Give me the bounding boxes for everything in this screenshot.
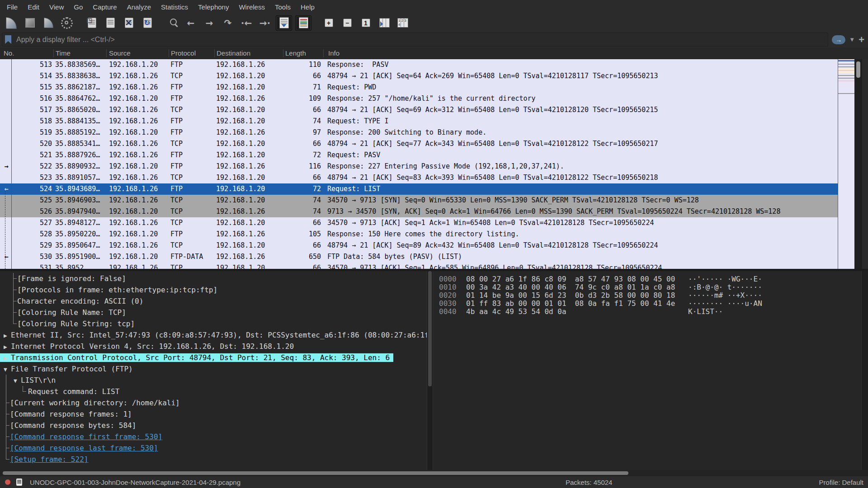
- capture-status-icon[interactable]: [5, 479, 10, 485]
- packet-row-514[interactable]: 51435.8838638…192.168.1.26TCP192.168.1.2…: [0, 70, 838, 82]
- packet-row-524[interactable]: ←52435.8943689…192.168.1.26FTP192.168.1.…: [0, 183, 838, 195]
- collapse-icon[interactable]: ▼: [14, 375, 21, 386]
- packet-row-525[interactable]: 52535.8946903…192.168.1.26TCP192.168.1.2…: [0, 195, 838, 206]
- auto-scroll-button[interactable]: [276, 15, 292, 31]
- detail-item[interactable]: ▶Ethernet II, Src: Intel_57:47:93 (c8:09…: [0, 329, 427, 341]
- column-header-no[interactable]: No.: [0, 49, 54, 57]
- display-filter-input[interactable]: [15, 35, 825, 44]
- detail-item[interactable]: [Command response first frame: 530]: [0, 431, 427, 442]
- packet-row-528[interactable]: 52835.8950220…192.168.1.20FTP192.168.1.2…: [0, 229, 838, 240]
- hex-line[interactable]: 003001 ff 83 ab 00 00 01 01 08 0a fa f1 …: [439, 300, 861, 308]
- packet-row-522[interactable]: →52235.8890932…192.168.1.20FTP192.168.1.…: [0, 161, 838, 172]
- find-packet-button[interactable]: [165, 16, 180, 30]
- capture-options-button[interactable]: [59, 16, 75, 30]
- resize-columns-button[interactable]: [377, 16, 392, 30]
- expand-icon[interactable]: ▶: [4, 352, 11, 364]
- menu-tools[interactable]: Tools: [270, 0, 296, 14]
- details-vertical-scrollbar[interactable]: [427, 271, 433, 470]
- detail-item[interactable]: Character encoding: ASCII (0): [0, 296, 427, 307]
- bookmark-icon[interactable]: [5, 35, 11, 44]
- menu-edit[interactable]: Edit: [23, 0, 44, 14]
- stop-capture-button[interactable]: [22, 16, 38, 30]
- apply-filter-button[interactable]: →: [832, 35, 845, 44]
- packet-row-527[interactable]: 52735.8948127…192.168.1.26TCP192.168.1.2…: [0, 217, 838, 229]
- menu-file[interactable]: File: [2, 0, 23, 14]
- packet-row-518[interactable]: 51835.8884135…192.168.1.26FTP192.168.1.2…: [0, 116, 838, 127]
- menu-wireless[interactable]: Wireless: [234, 0, 270, 14]
- detail-item[interactable]: [Protocols in frame: eth:ethertype:ip:tc…: [0, 284, 427, 296]
- column-header-protocol[interactable]: Protocol: [169, 49, 215, 57]
- menu-go[interactable]: Go: [69, 0, 88, 14]
- go-forward-button[interactable]: →: [202, 16, 217, 30]
- hex-line[interactable]: 000008 00 27 a6 1f 86 c8 09 a8 57 47 93 …: [439, 275, 861, 283]
- menu-analyze[interactable]: Analyze: [122, 0, 156, 14]
- add-filter-button[interactable]: +: [859, 35, 864, 44]
- detail-item[interactable]: ▼LIST\r\n: [0, 375, 427, 386]
- detail-item[interactable]: ▼File Transfer Protocol (FTP): [0, 363, 427, 375]
- packet-row-517[interactable]: 51735.8865020…192.168.1.26TCP192.168.1.2…: [0, 104, 838, 116]
- detail-item[interactable]: [Setup frame: 522]: [0, 454, 427, 465]
- packet-row-515[interactable]: 51535.8862187…192.168.1.26FTP192.168.1.2…: [0, 82, 838, 93]
- packet-row-526[interactable]: 52635.8947940…192.168.1.20TCP192.168.1.2…: [0, 206, 838, 217]
- go-last-packet-button[interactable]: →·: [257, 16, 273, 30]
- column-header-source[interactable]: Source: [107, 49, 169, 57]
- detail-item[interactable]: [Coloring Rule Name: TCP]: [0, 307, 427, 318]
- collapse-icon[interactable]: ▼: [4, 364, 11, 375]
- open-file-button[interactable]: ◳: [84, 16, 99, 30]
- packet-row-529[interactable]: 52935.8950647…192.168.1.26TCP192.168.1.2…: [0, 240, 838, 251]
- menu-telephony[interactable]: Telephony: [193, 0, 234, 14]
- profile-label[interactable]: Profile: Default: [819, 479, 863, 486]
- close-file-button[interactable]: ✕: [121, 16, 137, 30]
- packet-row-531[interactable]: 53135.8952…192.168.1.26TCP192.168.1.2066…: [0, 263, 838, 269]
- column-header-time[interactable]: Time: [54, 49, 107, 57]
- packet-row-530[interactable]: ←53035.8951900…192.168.1.20FTP-DATA192.1…: [0, 251, 838, 263]
- scrollbar-thumb[interactable]: [3, 471, 628, 475]
- packet-row-519[interactable]: 51935.8885192…192.168.1.20FTP192.168.1.2…: [0, 127, 838, 138]
- save-file-button[interactable]: [103, 16, 118, 30]
- menu-help[interactable]: Help: [296, 0, 320, 14]
- go-first-packet-button[interactable]: ·←: [239, 16, 254, 30]
- menu-view[interactable]: View: [44, 0, 69, 14]
- go-to-packet-button[interactable]: ↷: [220, 16, 236, 30]
- detail-item[interactable]: [Coloring Rule String: tcp]: [0, 318, 427, 329]
- column-header-destination[interactable]: Destination: [215, 49, 283, 57]
- menu-capture[interactable]: Capture: [88, 0, 122, 14]
- detail-item[interactable]: ▶Transmission Control Protocol, Src Port…: [0, 352, 427, 363]
- packet-row-521[interactable]: 52135.8887926…192.168.1.26FTP192.168.1.2…: [0, 150, 838, 161]
- normal-size-button[interactable]: 1: [358, 16, 373, 30]
- fit-columns-button[interactable]: 1 2 3 4: [395, 16, 410, 30]
- hex-line[interactable]: 001000 3a 42 a3 40 00 40 06 74 9c c0 a8 …: [439, 283, 861, 291]
- expert-info-icon[interactable]: [16, 479, 22, 486]
- detail-item[interactable]: [Command response frames: 1]: [0, 408, 427, 420]
- detail-item[interactable]: [Current working directory: /home/kali]: [0, 397, 427, 408]
- bytes-vertical-scrollbar[interactable]: [861, 271, 868, 470]
- restart-capture-button[interactable]: [41, 16, 56, 30]
- go-back-button[interactable]: ←: [183, 16, 198, 30]
- packet-list-vertical-scrollbar[interactable]: [854, 59, 862, 269]
- hex-line[interactable]: 002001 14 be 9a 00 15 6d 23 0b d3 2b 58 …: [439, 291, 861, 300]
- packet-row-516[interactable]: 51635.8864762…192.168.1.20FTP192.168.1.2…: [0, 93, 838, 104]
- detail-item[interactable]: [Frame is ignored: False]: [0, 273, 427, 284]
- detail-item[interactable]: ▶Internet Protocol Version 4, Src: 192.1…: [0, 341, 427, 352]
- intelligent-scrollbar-minimap[interactable]: [838, 59, 854, 269]
- zoom-in-button[interactable]: +: [321, 16, 336, 30]
- packet-row-523[interactable]: 52335.8891057…192.168.1.26TCP192.168.1.2…: [0, 172, 838, 183]
- start-capture-button[interactable]: [4, 16, 19, 30]
- colorize-button[interactable]: [295, 15, 311, 31]
- column-header-info[interactable]: Info: [324, 49, 868, 57]
- scrollbar-thumb[interactable]: [428, 271, 432, 386]
- menu-statistics[interactable]: Statistics: [156, 0, 193, 14]
- detail-item[interactable]: Request command: LIST: [0, 386, 427, 397]
- packet-row-513[interactable]: 51335.8838569…192.168.1.20FTP192.168.1.2…: [0, 59, 838, 70]
- hex-line[interactable]: 00404b aa 4c 49 53 54 0d 0aK·LIST··: [439, 308, 861, 316]
- column-header-length[interactable]: Length: [283, 49, 324, 57]
- detail-item[interactable]: [Command response last frame: 530]: [0, 442, 427, 454]
- display-filter-field[interactable]: [2, 33, 828, 47]
- filter-dropdown-caret-icon[interactable]: ▼: [849, 36, 855, 43]
- reload-file-button[interactable]: ↻: [140, 16, 155, 30]
- expand-icon[interactable]: ▶: [4, 330, 11, 341]
- scrollbar-thumb[interactable]: [856, 61, 860, 78]
- detail-item[interactable]: [Command response bytes: 584]: [0, 420, 427, 431]
- horizontal-scrollbar[interactable]: [0, 470, 868, 476]
- packet-row-520[interactable]: 52035.8885341…192.168.1.26TCP192.168.1.2…: [0, 138, 838, 150]
